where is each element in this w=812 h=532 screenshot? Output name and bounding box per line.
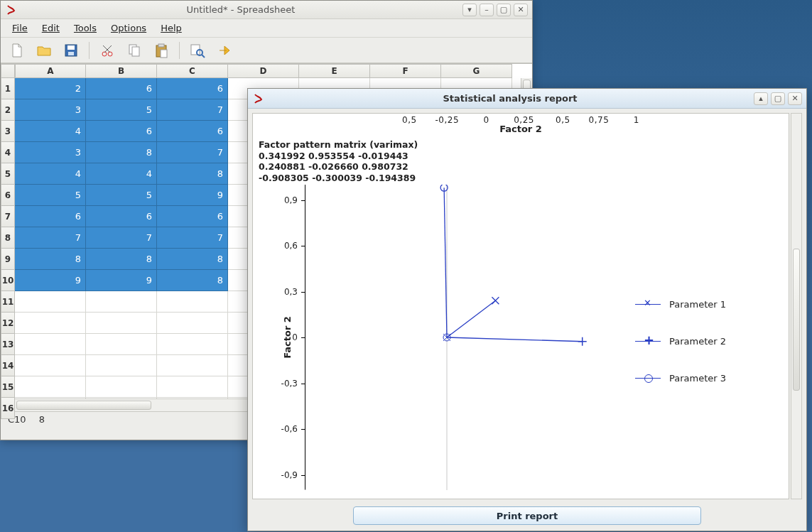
- report-scrollbar[interactable]: [791, 113, 802, 499]
- menu-tools[interactable]: Tools: [67, 21, 104, 35]
- copy-icon[interactable]: [124, 40, 145, 61]
- cell[interactable]: 4: [86, 163, 157, 185]
- shade-button[interactable]: ▴: [754, 92, 768, 105]
- open-file-icon[interactable]: [33, 40, 55, 61]
- spreadsheet-titlebar[interactable]: Untitled* - Spreadsheet ▾ – ▢ ✕: [1, 1, 532, 19]
- cell[interactable]: 2: [15, 78, 86, 99]
- cell[interactable]: 6: [86, 121, 157, 142]
- find-icon[interactable]: [187, 40, 208, 61]
- maximize-button[interactable]: ▢: [497, 4, 511, 16]
- save-file-icon[interactable]: [60, 40, 82, 61]
- column-header[interactable]: E: [299, 64, 370, 78]
- row-header[interactable]: 7: [1, 206, 15, 227]
- cell[interactable]: 4: [15, 163, 86, 185]
- select-all-corner[interactable]: [1, 64, 15, 78]
- cell[interactable]: 6: [157, 206, 228, 227]
- minimize-button[interactable]: –: [480, 4, 494, 16]
- cell[interactable]: [15, 334, 86, 355]
- cell[interactable]: 5: [86, 185, 157, 206]
- row-header[interactable]: 8: [1, 227, 15, 249]
- cell[interactable]: [86, 291, 157, 313]
- cell[interactable]: [157, 313, 228, 334]
- scrollbar-thumb[interactable]: [16, 401, 151, 410]
- column-header[interactable]: D: [228, 64, 299, 78]
- cell[interactable]: 4: [15, 121, 86, 142]
- row-header[interactable]: 10: [1, 270, 15, 291]
- cell[interactable]: [157, 355, 228, 376]
- cell[interactable]: 9: [86, 270, 157, 291]
- cell[interactable]: 5: [86, 99, 157, 121]
- matrix-row: 0.341992 0.953554 -0.019443: [259, 151, 418, 162]
- cell[interactable]: 8: [157, 270, 228, 291]
- row-header[interactable]: 12: [1, 313, 15, 334]
- cell[interactable]: 7: [86, 227, 157, 249]
- cell[interactable]: 8: [86, 142, 157, 163]
- cell[interactable]: 6: [157, 121, 228, 142]
- scrollbar-thumb[interactable]: [793, 249, 800, 391]
- column-header[interactable]: A: [15, 64, 86, 78]
- cell[interactable]: 7: [157, 99, 228, 121]
- row-header[interactable]: 5: [1, 163, 15, 185]
- cell[interactable]: [15, 355, 86, 376]
- cell[interactable]: 5: [15, 185, 86, 206]
- row-header[interactable]: 14: [1, 355, 15, 376]
- menu-edit[interactable]: Edit: [35, 21, 67, 35]
- report-canvas[interactable]: 0,5 -0,25 0 0,25 0,5 0,75 1 Factor 2 Fac…: [252, 113, 789, 499]
- cell[interactable]: [157, 291, 228, 313]
- cell[interactable]: [15, 376, 86, 398]
- row-header[interactable]: 11: [1, 291, 15, 313]
- cell[interactable]: 7: [157, 142, 228, 163]
- row-header[interactable]: 3: [1, 121, 15, 142]
- cell[interactable]: 8: [15, 249, 86, 270]
- menu-options[interactable]: Options: [104, 21, 153, 35]
- app-icon: [5, 4, 18, 16]
- cell[interactable]: 6: [157, 78, 228, 99]
- column-header[interactable]: F: [370, 64, 441, 78]
- row-header[interactable]: 16: [1, 398, 15, 419]
- menu-help[interactable]: Help: [153, 21, 189, 35]
- column-header[interactable]: C: [157, 64, 228, 78]
- cell[interactable]: [15, 313, 86, 334]
- cell[interactable]: 6: [15, 206, 86, 227]
- cell[interactable]: [86, 355, 157, 376]
- column-header[interactable]: B: [86, 64, 157, 78]
- cell[interactable]: [86, 313, 157, 334]
- cell[interactable]: [157, 376, 228, 398]
- row-header[interactable]: 2: [1, 99, 15, 121]
- cut-icon[interactable]: [97, 40, 118, 61]
- column-header[interactable]: G: [441, 64, 512, 78]
- new-file-icon[interactable]: [6, 40, 28, 61]
- cell[interactable]: 8: [157, 163, 228, 185]
- row-header[interactable]: 15: [1, 376, 15, 398]
- row-header[interactable]: 1: [1, 78, 15, 99]
- cell[interactable]: 6: [86, 78, 157, 99]
- maximize-button[interactable]: ▢: [771, 92, 785, 105]
- cell[interactable]: 3: [15, 142, 86, 163]
- print-report-button[interactable]: Print report: [353, 506, 701, 525]
- run-icon[interactable]: [214, 40, 235, 61]
- paste-icon[interactable]: [151, 40, 172, 61]
- cell[interactable]: 7: [157, 227, 228, 249]
- cell[interactable]: 6: [86, 206, 157, 227]
- menu-file[interactable]: File: [5, 21, 35, 35]
- cell[interactable]: 9: [15, 270, 86, 291]
- cell[interactable]: [15, 291, 86, 313]
- column-headers[interactable]: ABCDEFG: [15, 64, 521, 78]
- pin-button[interactable]: ▾: [462, 4, 477, 16]
- row-header[interactable]: 9: [1, 249, 15, 270]
- close-button[interactable]: ✕: [788, 92, 802, 105]
- cell[interactable]: 8: [86, 249, 157, 270]
- report-titlebar[interactable]: Statistical analysis report ▴ ▢ ✕: [248, 89, 806, 109]
- row-header[interactable]: 4: [1, 142, 15, 163]
- row-header[interactable]: 6: [1, 185, 15, 206]
- row-header[interactable]: 13: [1, 334, 15, 355]
- cell[interactable]: [86, 376, 157, 398]
- cell[interactable]: 3: [15, 99, 86, 121]
- cell[interactable]: 7: [15, 227, 86, 249]
- cell[interactable]: [86, 334, 157, 355]
- row-headers[interactable]: 12345678910111213141516: [1, 78, 15, 419]
- cell[interactable]: 9: [157, 185, 228, 206]
- close-button[interactable]: ✕: [514, 4, 528, 16]
- cell[interactable]: 8: [157, 249, 228, 270]
- cell[interactable]: [157, 334, 228, 355]
